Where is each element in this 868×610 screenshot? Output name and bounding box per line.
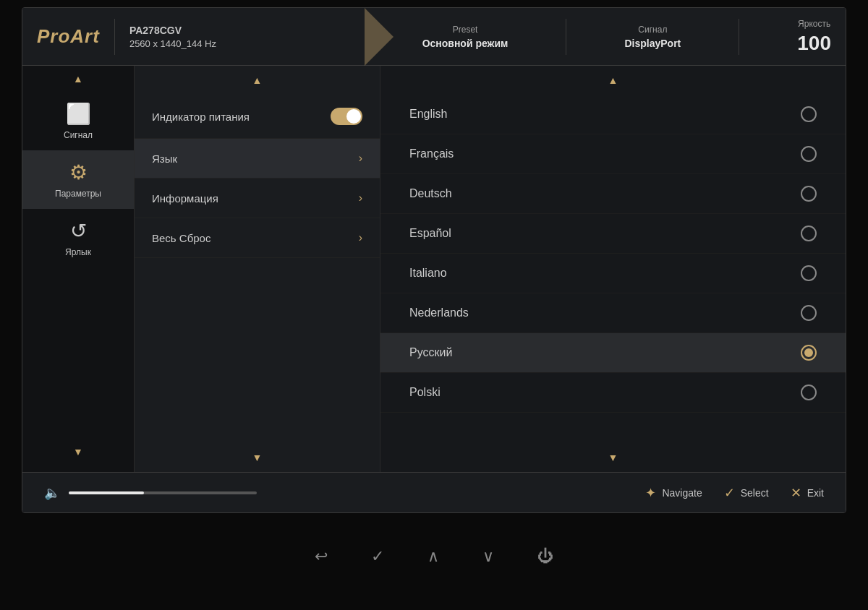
lang-name-english: English [409, 108, 447, 121]
header-triangle-decoration [365, 8, 393, 66]
preset-value: Основной режим [422, 38, 509, 49]
lang-radio-deutsch [801, 186, 817, 202]
down-button[interactable]: ∨ [482, 547, 494, 566]
sidebar-label-settings: Параметры [55, 189, 101, 199]
lang-item-polski[interactable]: Polski [380, 373, 846, 413]
monitor-info: PA278CGV 2560 x 1440_144 Hz [129, 25, 365, 49]
menu-item-reset[interactable]: Весь Сброс › [135, 218, 380, 258]
lang-name-espanol: Español [409, 227, 451, 240]
power-indicator-label: Индикатор питания [152, 111, 250, 123]
signal-value: DisplayPort [624, 38, 681, 49]
shortcut-icon: ↺ [70, 219, 87, 243]
preset-label: Preset [453, 25, 478, 35]
middle-scroll-down[interactable]: ▼ [135, 443, 380, 472]
lang-radio-russian [801, 345, 817, 361]
sidebar-label-shortcut: Ярлык [65, 247, 91, 257]
toggle-knob [346, 109, 361, 124]
exit-hint: ✕ Exit [791, 485, 824, 501]
sidebar-label-signal: Сигнал [64, 130, 93, 140]
lang-scroll-down[interactable]: ▼ [380, 443, 846, 472]
exit-label: Exit [807, 487, 824, 499]
preset-stat: Preset Основной режим [422, 25, 509, 49]
lang-name-deutsch: Deutsch [409, 187, 452, 200]
back-button[interactable]: ↩ [315, 547, 328, 566]
select-icon: ✓ [724, 485, 735, 501]
lang-item-italiano[interactable]: Italiano [380, 254, 846, 293]
brightness-stat: Яркость 100 [797, 19, 831, 55]
osd-container: ProArt PA278CGV 2560 x 1440_144 Hz Prese… [22, 7, 846, 513]
middle-panel: ▲ Индикатор питания Язык › Информация › [135, 66, 380, 472]
header-stats: Preset Основной режим Сигнал DisplayPort… [422, 19, 831, 55]
lang-name-polski: Polski [409, 386, 441, 399]
navigate-icon: ✦ [645, 485, 656, 501]
reset-control: › [359, 231, 362, 244]
header-bar: ProArt PA278CGV 2560 x 1440_144 Hz Prese… [22, 8, 846, 66]
volume-icon: 🔈 [44, 485, 60, 501]
navigate-label: Navigate [662, 487, 702, 499]
header-divider-3 [739, 19, 739, 55]
sidebar-item-shortcut[interactable]: ↺ Ярлык [22, 209, 134, 267]
volume-section: 🔈 [44, 485, 257, 501]
main-content: ▲ ⬜ Сигнал ⚙ Параметры ↺ Ярлык ▼ ▲ Индик… [22, 66, 846, 472]
lang-name-italiano: Italiano [409, 267, 447, 280]
lang-item-deutsch[interactable]: Deutsch [380, 174, 846, 214]
signal-stat: Сигнал DisplayPort [624, 25, 681, 49]
menu-item-information[interactable]: Информация › [135, 179, 380, 218]
select-hint: ✓ Select [724, 485, 769, 501]
signal-label: Сигнал [638, 25, 667, 35]
lang-name-nederlands: Nederlands [409, 306, 469, 319]
power-indicator-control [331, 108, 362, 125]
middle-scroll-up[interactable]: ▲ [135, 66, 380, 95]
menu-item-power-indicator[interactable]: Индикатор питания [135, 95, 380, 139]
monitor-resolution: 2560 x 1440_144 Hz [129, 38, 365, 49]
lang-item-russian[interactable]: Русский [380, 333, 846, 373]
brand-logo: ProArt [37, 25, 100, 48]
header-divider [114, 19, 115, 55]
signal-icon: ⬜ [66, 102, 91, 126]
language-control: › [359, 152, 362, 165]
sidebar-scroll-down[interactable]: ▼ [73, 446, 83, 458]
lang-name-russian: Русский [409, 346, 452, 359]
sidebar-item-signal[interactable]: ⬜ Сигнал [22, 92, 134, 150]
physical-buttons: ↩ ✓ ∧ ∨ ⏻ [315, 528, 553, 585]
brightness-value: 100 [797, 32, 831, 55]
information-label: Информация [152, 192, 218, 205]
header-divider-2 [566, 19, 566, 55]
confirm-button[interactable]: ✓ [371, 547, 384, 566]
information-control: › [359, 192, 362, 205]
lang-radio-polski [801, 385, 817, 400]
bottom-bar: 🔈 ✦ Navigate ✓ Select ✕ Exit [22, 472, 846, 512]
lang-radio-francais [801, 146, 817, 162]
exit-icon: ✕ [791, 485, 801, 501]
navigate-hint: ✦ Navigate [645, 485, 702, 501]
monitor-model: PA278CGV [129, 25, 365, 36]
sidebar-scroll-up[interactable]: ▲ [73, 73, 83, 85]
select-label: Select [741, 487, 769, 499]
lang-name-francais: Français [409, 147, 454, 160]
lang-item-francais[interactable]: Français [380, 134, 846, 174]
lang-item-espanol[interactable]: Español [380, 214, 846, 254]
lang-radio-english [801, 106, 817, 122]
volume-bar[interactable] [69, 491, 257, 494]
lang-radio-italiano [801, 265, 817, 281]
language-label: Язык [152, 152, 177, 165]
lang-scroll-up[interactable]: ▲ [380, 66, 846, 95]
brightness-label: Яркость [798, 19, 830, 29]
power-button[interactable]: ⏻ [537, 547, 553, 566]
language-chevron: › [359, 152, 362, 165]
up-button[interactable]: ∧ [427, 547, 439, 566]
controls-right: ✦ Navigate ✓ Select ✕ Exit [645, 485, 824, 501]
right-panel: ▲ English Français Deutsch Español Itali… [380, 66, 846, 472]
sidebar: ▲ ⬜ Сигнал ⚙ Параметры ↺ Ярлык ▼ [22, 66, 135, 472]
reset-label: Весь Сброс [152, 232, 210, 244]
lang-radio-nederlands [801, 305, 817, 321]
lang-item-nederlands[interactable]: Nederlands [380, 293, 846, 333]
lang-item-english[interactable]: English [380, 95, 846, 134]
sidebar-item-settings[interactable]: ⚙ Параметры [22, 150, 134, 209]
lang-radio-espanol [801, 225, 817, 241]
menu-item-language[interactable]: Язык › [135, 139, 380, 179]
settings-icon: ⚙ [69, 160, 88, 184]
power-indicator-toggle[interactable] [331, 108, 362, 125]
information-chevron: › [359, 192, 362, 205]
volume-fill [69, 491, 144, 494]
